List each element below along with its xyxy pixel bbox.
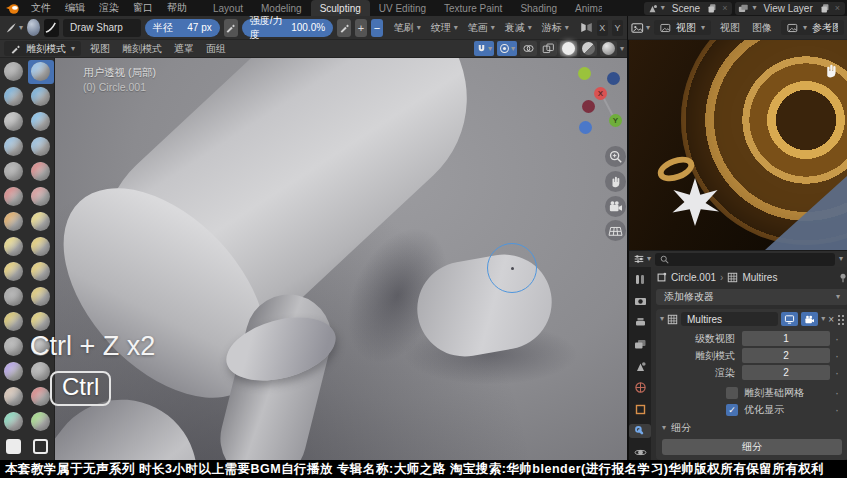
properties-editor-type-button[interactable]: ▾: [633, 250, 651, 268]
symmetry-y-button[interactable]: Y: [612, 20, 623, 36]
tool-settings-menu[interactable]: 笔画▾: [463, 21, 500, 35]
snap-toggle[interactable]: ▾: [474, 41, 494, 56]
remove-view-layer-icon[interactable]: ×: [833, 3, 842, 13]
brush-icon[interactable]: [1, 285, 27, 309]
radius-pressure-icon[interactable]: [224, 19, 238, 37]
brush-icon[interactable]: [1, 210, 27, 234]
viewport-3d[interactable]: 用户透视 (局部) (0) Circle.001 X Y: [55, 58, 627, 460]
field-value[interactable]: 2: [742, 365, 830, 380]
view-layer-name[interactable]: View Layer: [759, 3, 816, 14]
image-editor-view[interactable]: [628, 40, 847, 250]
workspace-tab[interactable]: Layout: [204, 0, 252, 16]
pin-icon[interactable]: [838, 273, 847, 283]
brush-icon[interactable]: [28, 285, 54, 309]
image-mode-dropdown[interactable]: 视图 ▾: [654, 20, 711, 35]
workspace-tab[interactable]: Sculpting: [311, 0, 370, 16]
brush-icon[interactable]: [1, 185, 27, 209]
overlays-toggle[interactable]: [520, 41, 537, 56]
add-modifier-dropdown[interactable]: 添加修改器 ▾: [656, 289, 847, 305]
symmetry-x-button[interactable]: X: [597, 20, 608, 36]
brush-icon[interactable]: [1, 110, 27, 134]
brush-icon[interactable]: [28, 210, 54, 234]
brush-name-field[interactable]: Draw Sharp: [63, 19, 141, 37]
viewport-menu[interactable]: 遮罩: [169, 42, 199, 56]
workspace-tab[interactable]: Texture Paint: [435, 0, 511, 16]
tool-settings-menu[interactable]: 游标▾: [537, 21, 574, 35]
blender-logo-icon[interactable]: [5, 2, 20, 15]
brush-icon[interactable]: [1, 235, 27, 259]
show-in-viewport-toggle[interactable]: [781, 312, 798, 326]
drag-handle-icon[interactable]: [837, 313, 844, 325]
gizmo-axis-ball[interactable]: [582, 100, 595, 113]
tool-settings-menu[interactable]: 衰减▾: [500, 21, 537, 35]
brush-icon[interactable]: [28, 310, 54, 334]
brush-icon[interactable]: [28, 135, 54, 159]
view-layer-selector[interactable]: ▾ View Layer ×: [735, 2, 845, 15]
brush-icon[interactable]: [1, 385, 27, 409]
workspace-tab[interactable]: Modeling: [252, 0, 311, 16]
new-view-layer-icon[interactable]: [820, 3, 830, 13]
delete-modifier-icon[interactable]: ×: [828, 314, 834, 325]
animate-dot-icon[interactable]: ·: [830, 386, 844, 400]
scene-name[interactable]: Scene: [668, 3, 704, 14]
zoom-button[interactable]: [605, 146, 626, 167]
chevron-down-icon[interactable]: ▾: [839, 255, 843, 263]
radius-slider[interactable]: 半径 47 px: [145, 19, 220, 37]
brush-icon[interactable]: [28, 260, 54, 284]
matcap-sphere-icon[interactable]: [27, 19, 40, 36]
gizmo-y-axis[interactable]: Y: [609, 114, 622, 127]
show-in-render-toggle[interactable]: [801, 312, 818, 326]
brush-icon[interactable]: [28, 410, 54, 434]
camera-view-button[interactable]: [605, 196, 626, 217]
unlink-scene-icon[interactable]: ×: [720, 3, 729, 13]
properties-tab-render[interactable]: [629, 294, 651, 309]
menubar-item[interactable]: 帮助: [160, 0, 194, 16]
shading-rendered-button[interactable]: [600, 41, 617, 56]
image-editor-menu[interactable]: 视图: [715, 21, 745, 35]
subdivide-button[interactable]: 细分: [662, 439, 842, 455]
properties-tab-scene[interactable]: [629, 359, 651, 374]
brush-preview-icon[interactable]: [44, 19, 60, 37]
modifier-extras-icon[interactable]: ▾: [821, 315, 825, 323]
perspective-toggle-button[interactable]: [605, 220, 626, 241]
brush-icon[interactable]: [28, 185, 54, 209]
viewport-menu[interactable]: 面组: [201, 42, 231, 56]
brush-icon[interactable]: [1, 160, 27, 184]
active-tool-icon[interactable]: ▾: [4, 19, 23, 37]
gizmo-axis-ball[interactable]: [579, 121, 592, 134]
field-value[interactable]: 2: [742, 348, 830, 363]
shading-solid-button[interactable]: [560, 41, 577, 56]
properties-tab-physics[interactable]: [629, 445, 651, 460]
expand-arrow-icon[interactable]: ▾: [660, 315, 664, 323]
brush-icon[interactable]: [1, 260, 27, 284]
menubar-item[interactable]: 渲染: [92, 0, 126, 16]
brush-icon[interactable]: [1, 360, 27, 384]
pan-hand-button[interactable]: [605, 171, 626, 192]
shading-material-button[interactable]: [580, 41, 597, 56]
add-brush-button[interactable]: +: [355, 19, 367, 37]
brush-icon[interactable]: [1, 310, 27, 334]
checkbox[interactable]: ✓: [726, 404, 738, 416]
modifier-name-field[interactable]: Multires: [681, 312, 778, 326]
properties-tab-world[interactable]: [629, 380, 651, 395]
brush-icon[interactable]: [28, 85, 54, 109]
gizmo-axis-ball[interactable]: [607, 72, 620, 85]
menubar-item[interactable]: 文件: [24, 0, 58, 16]
brush-icon[interactable]: [1, 410, 27, 434]
brush-icon[interactable]: [1, 435, 27, 459]
properties-tab-modifiers[interactable]: [629, 424, 651, 439]
tool-settings-menu[interactable]: 纹理▾: [426, 21, 463, 35]
properties-tab-output[interactable]: [629, 315, 651, 330]
chevron-down-icon[interactable]: ▾: [620, 45, 624, 53]
brush-icon[interactable]: [1, 335, 27, 359]
menubar-item[interactable]: 窗口: [126, 0, 160, 16]
image-editor-menu[interactable]: 图像: [747, 21, 777, 35]
field-value[interactable]: 1: [742, 331, 830, 346]
brush-icon[interactable]: [28, 60, 54, 84]
scene-selector[interactable]: ▾ Scene ×: [644, 2, 733, 15]
menubar-item[interactable]: 编辑: [58, 0, 92, 16]
tool-settings-menu[interactable]: 笔刷▾: [389, 21, 426, 35]
viewport-menu[interactable]: 雕刻模式: [117, 42, 167, 56]
brush-icon[interactable]: [28, 235, 54, 259]
breadcrumb-object[interactable]: Circle.001: [671, 272, 716, 283]
